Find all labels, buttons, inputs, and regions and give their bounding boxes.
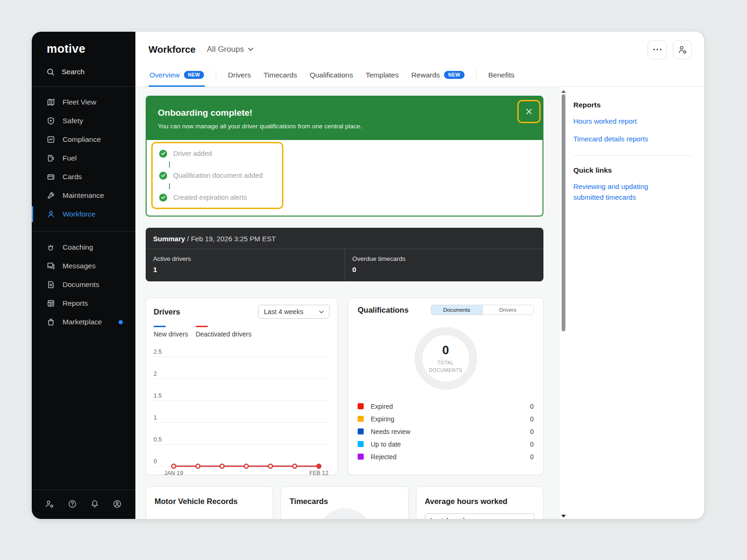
reviewing-timecards-link[interactable]: Reviewing and updating submitted timecar… <box>573 182 660 203</box>
sidebar-item-maintenance[interactable]: Maintenance <box>32 186 135 205</box>
timecards-donut-chart <box>317 508 372 519</box>
drivers-card: Drivers Last 4 weeks New drivers <box>146 298 338 475</box>
sidebar-item-label: Messages <box>63 262 96 270</box>
step-label: Created expiration alerts <box>173 194 247 201</box>
donut-label-line2: DOCUMENTS <box>429 366 462 374</box>
sidebar-item-reports[interactable]: Reports <box>32 294 135 313</box>
help-icon[interactable] <box>68 499 77 509</box>
ellipsis-icon <box>653 49 662 50</box>
legend-label: Rejected <box>371 453 396 461</box>
metric-value: 0 <box>352 266 536 273</box>
summary-title: Summary <box>153 235 185 243</box>
new-badge: NEW <box>184 71 204 79</box>
sidebar-item-label: Coaching <box>63 243 93 252</box>
user-settings-icon[interactable] <box>45 499 55 509</box>
scroll-down-arrow-icon[interactable] <box>561 515 566 518</box>
drivers-card-title: Drivers <box>154 308 180 316</box>
timecard-details-reports-link[interactable]: Timecard details reports <box>573 134 693 145</box>
sidebar-search[interactable]: Search <box>32 68 135 76</box>
sidebar-item-messages[interactable]: Messages <box>32 257 135 275</box>
sidebar-item-label: Compliance <box>63 135 101 144</box>
chat-bubbles-icon <box>47 262 55 270</box>
tab-label: Timecards <box>263 71 297 79</box>
legend-label: Expired <box>371 403 393 410</box>
tab-overview[interactable]: Overview NEW <box>148 63 205 86</box>
sidebar-item-fuel[interactable]: Fuel <box>32 149 135 168</box>
scrollbar-thumb[interactable] <box>562 94 565 331</box>
summary-separator: / <box>187 235 189 243</box>
donut-total-value: 0 <box>442 343 449 357</box>
shield-icon <box>47 117 55 125</box>
tab-benefits[interactable]: Benefits <box>487 63 515 86</box>
motor-vehicle-records-card: Motor Vehicle Records <box>146 486 273 519</box>
marketplace-notification-dot <box>119 320 123 324</box>
tab-rewards[interactable]: Rewards NEW <box>410 63 465 86</box>
summary-timestamp: Feb 19, 2026 3:25 PM EST <box>191 235 276 243</box>
tab-label: Benefits <box>488 71 514 79</box>
reports-heading: Reports <box>573 101 693 109</box>
sidebar-item-workforce[interactable]: Workforce <box>32 205 135 224</box>
banner-title: Onboarding complete! <box>158 108 531 118</box>
check-circle-icon <box>159 150 167 158</box>
tab-separator <box>216 70 216 80</box>
legend-swatch <box>358 428 364 434</box>
sidebar-item-documents[interactable]: Documents <box>32 275 135 294</box>
qualification-legend-row: Rejected0 <box>358 450 534 463</box>
hours-worked-report-link[interactable]: Hours worked report <box>573 116 693 127</box>
driver-admin-button[interactable] <box>673 40 692 59</box>
average-hours-card: Average hours worked Last 4 weeks <box>416 486 543 519</box>
qualification-legend-row: Needs review0 <box>358 425 534 438</box>
toggle-documents[interactable]: Documents <box>431 305 482 315</box>
select-value: Last 4 weeks <box>430 517 470 519</box>
legend-swatch <box>154 326 166 327</box>
banner-close-button[interactable] <box>517 100 541 123</box>
onboarding-steps-highlight: Driver added Qualification document adde… <box>151 142 283 209</box>
document-icon <box>47 280 55 289</box>
account-icon[interactable] <box>113 499 122 509</box>
legend-value: 0 <box>530 453 534 461</box>
toggle-drivers[interactable]: Drivers <box>482 305 534 315</box>
drivers-chart-legend: New drivers Deactivated drivers <box>154 326 330 338</box>
sidebar-item-label: Fuel <box>63 154 77 162</box>
data-point-marker <box>268 464 272 468</box>
step-connector <box>169 183 170 189</box>
scroll-up-arrow-icon[interactable] <box>561 90 566 93</box>
tab-templates[interactable]: Templates <box>365 63 400 86</box>
legend-label: New drivers <box>154 330 188 338</box>
more-options-button[interactable] <box>648 40 667 59</box>
sidebar-item-fleet-view[interactable]: Fleet View <box>32 93 135 112</box>
sidebar-item-label: Safety <box>63 117 83 125</box>
overview-content: Onboarding complete! You can now manage … <box>135 87 560 519</box>
check-circle-icon <box>159 172 167 180</box>
timecards-card-title: Timecards <box>289 497 399 506</box>
tab-timecards[interactable]: Timecards <box>262 63 298 86</box>
sidebar-item-compliance[interactable]: Compliance <box>32 130 135 149</box>
wrench-icon <box>47 191 55 200</box>
sidebar-item-marketplace[interactable]: Marketplace <box>32 313 135 331</box>
vertical-scrollbar[interactable] <box>560 87 567 519</box>
sidebar-item-safety[interactable]: Safety <box>32 112 135 130</box>
onboarding-step: Created expiration alerts <box>159 193 282 202</box>
sidebar-item-cards[interactable]: Cards <box>32 168 135 186</box>
data-point-marker <box>172 464 176 468</box>
sidebar-item-label: Reports <box>63 299 88 308</box>
tab-qualifications[interactable]: Qualifications <box>309 63 354 86</box>
tab-drivers[interactable]: Drivers <box>227 63 252 86</box>
whistle-icon <box>47 243 55 252</box>
timecards-card: Timecards <box>281 486 408 519</box>
map-icon <box>47 98 55 106</box>
search-icon <box>47 68 55 76</box>
drivers-range-select[interactable]: Last 4 weeks <box>258 305 330 319</box>
tab-label: Qualifications <box>310 71 353 79</box>
sidebar-item-coaching[interactable]: Coaching <box>32 238 135 257</box>
legend-swatch <box>196 326 208 327</box>
qualifications-card-title: Qualifications <box>358 306 409 315</box>
group-selector[interactable]: All Groups <box>207 45 254 54</box>
average-hours-range-select[interactable]: Last 4 weeks <box>425 513 535 519</box>
bell-icon[interactable] <box>90 499 99 509</box>
sidebar-item-label: Documents <box>63 280 99 289</box>
tab-label: Overview <box>149 71 180 79</box>
legend-swatch <box>358 441 364 447</box>
search-label: Search <box>62 68 85 76</box>
legend-label: Expiring <box>371 415 395 423</box>
